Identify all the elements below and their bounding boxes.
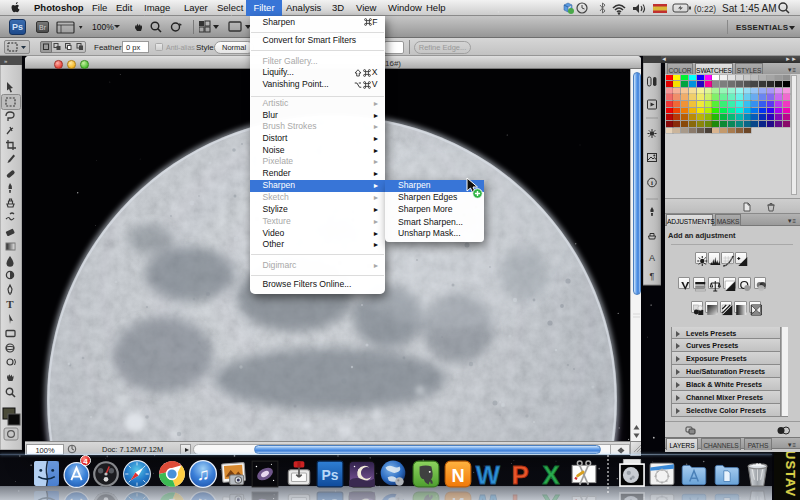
svg-text:♫: ♫ <box>197 494 210 500</box>
svg-text:W: W <box>476 460 501 488</box>
svg-text:♫: ♫ <box>197 464 210 484</box>
svg-text:W: W <box>476 490 501 500</box>
svg-text:P: P <box>511 490 528 500</box>
svg-text:¶: ¶ <box>650 271 655 281</box>
svg-text:Ps: Ps <box>321 495 338 500</box>
svg-text:i: i <box>651 179 653 187</box>
svg-text:Ps: Ps <box>321 467 338 483</box>
svg-text:N: N <box>451 493 464 500</box>
svg-text:Sat 1:45 AM: Sat 1:45 AM <box>722 3 776 14</box>
svg-text:(0:22): (0:22) <box>694 4 716 14</box>
svg-text:X: X <box>542 490 559 500</box>
svg-text:P: P <box>511 460 528 488</box>
svg-text:T: T <box>6 298 14 310</box>
svg-text:X: X <box>542 460 559 488</box>
svg-text:N: N <box>451 465 464 485</box>
svg-text:A: A <box>649 253 655 263</box>
